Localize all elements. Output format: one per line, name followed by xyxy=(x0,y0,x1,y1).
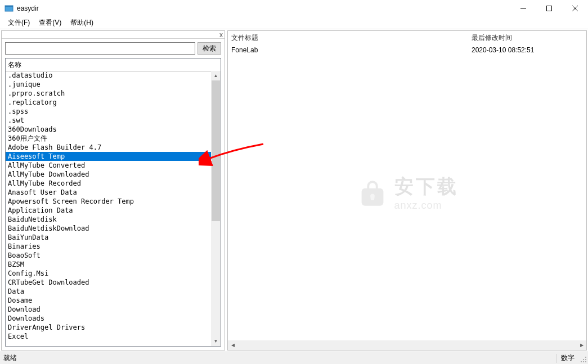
status-left: 就绪 xyxy=(0,353,551,363)
list-item[interactable]: AllMyTube Downloaded xyxy=(6,170,211,179)
lock-bag-icon xyxy=(356,176,389,209)
maximize-button[interactable] xyxy=(536,0,562,16)
right-body[interactable]: FoneLab2020-03-10 08:52:51 安下载 anxz.com xyxy=(228,44,586,340)
panel-close-strip: x xyxy=(2,31,225,39)
column-modified-time[interactable]: 最后修改时间 xyxy=(468,33,586,43)
list-item[interactable]: Download xyxy=(6,305,211,314)
main-area: x 检索 名称 .datastudio.junique.prpro.scratc… xyxy=(0,29,588,352)
hscroll-track[interactable] xyxy=(237,340,577,350)
list-item[interactable]: BaiYunData xyxy=(6,233,211,242)
list-item[interactable]: Downloads xyxy=(6,314,211,323)
app-icon xyxy=(5,4,14,13)
list-item[interactable]: 360Downloads xyxy=(6,125,211,134)
list-item[interactable]: Data xyxy=(6,287,211,296)
list-item[interactable]: Config.Msi xyxy=(6,269,211,278)
menu-help[interactable]: 帮助(H) xyxy=(66,17,98,29)
search-input[interactable] xyxy=(5,42,195,55)
close-button[interactable] xyxy=(562,0,588,16)
cell-time: 2020-03-10 08:52:51 xyxy=(468,46,586,54)
status-bar: 就绪 数字 xyxy=(0,352,588,364)
scroll-down-icon[interactable]: ▼ xyxy=(211,336,221,346)
list-item[interactable]: CRTubeGet Downloaded xyxy=(6,278,211,287)
right-hscrollbar[interactable]: ◀ ▶ xyxy=(228,340,586,350)
svg-rect-1 xyxy=(5,6,13,7)
search-button[interactable]: 检索 xyxy=(198,42,221,55)
column-file-title[interactable]: 文件标题 xyxy=(228,33,468,43)
list-item[interactable]: Excel xyxy=(6,332,211,341)
folder-list: 名称 .datastudio.junique.prpro.scratch.rep… xyxy=(5,58,221,347)
maximize-icon xyxy=(546,6,552,11)
menu-view[interactable]: 查看(V) xyxy=(34,17,66,29)
scroll-up-icon[interactable]: ▲ xyxy=(211,71,221,80)
svg-point-8 xyxy=(585,357,586,358)
minimize-icon xyxy=(520,6,526,11)
list-item[interactable]: 360用户文件 xyxy=(6,134,211,143)
right-panel: 文件标题 最后修改时间 FoneLab2020-03-10 08:52:51 安… xyxy=(227,30,587,350)
resize-grip[interactable] xyxy=(578,352,588,364)
hscroll-right-icon[interactable]: ▶ xyxy=(577,340,586,350)
watermark: 安下载 anxz.com xyxy=(356,174,459,212)
title-bar: easydir xyxy=(0,0,588,17)
list-item[interactable]: DriverAngel Drivers xyxy=(6,323,211,332)
menu-bar: 文件(F) 查看(V) 帮助(H) xyxy=(0,17,588,29)
list-item[interactable]: AllMyTube Recorded xyxy=(6,179,211,188)
left-panel: x 检索 名称 .datastudio.junique.prpro.scratc… xyxy=(1,30,225,350)
svg-point-11 xyxy=(581,361,582,362)
list-item[interactable]: Adobe Flash Builder 4.7 xyxy=(6,143,211,152)
cell-title: FoneLab xyxy=(228,46,468,54)
panel-close-button[interactable]: x xyxy=(219,31,223,39)
table-row[interactable]: FoneLab2020-03-10 08:52:51 xyxy=(228,44,586,56)
list-header-name[interactable]: 名称 xyxy=(6,59,221,72)
svg-point-13 xyxy=(585,361,586,362)
grip-icon xyxy=(580,356,587,363)
hscroll-left-icon[interactable]: ◀ xyxy=(228,340,237,350)
list-scrollbar[interactable]: ▲ ▼ xyxy=(211,71,221,346)
search-row: 检索 xyxy=(2,39,225,57)
list-item[interactable]: BaiduNetdiskDownload xyxy=(6,224,211,233)
list-item[interactable]: .datastudio xyxy=(6,71,211,80)
right-header: 文件标题 最后修改时间 xyxy=(228,31,586,44)
list-item[interactable]: BoaoSoft xyxy=(6,251,211,260)
svg-point-10 xyxy=(585,359,586,360)
list-item[interactable]: Aiseesoft Temp xyxy=(6,152,211,161)
scroll-thumb[interactable] xyxy=(212,80,220,221)
close-icon xyxy=(572,6,578,11)
svg-point-12 xyxy=(583,361,584,362)
list-item[interactable]: Application Data xyxy=(6,206,211,215)
svg-point-9 xyxy=(583,359,584,360)
svg-rect-3 xyxy=(547,6,552,11)
list-item[interactable]: .spss xyxy=(6,107,211,116)
list-item[interactable]: BZSM xyxy=(6,260,211,269)
menu-file[interactable]: 文件(F) xyxy=(3,17,34,29)
status-right: 数字 xyxy=(561,353,578,363)
watermark-cn: 安下载 xyxy=(394,174,459,200)
list-item[interactable]: Binaries xyxy=(6,242,211,251)
list-item[interactable]: Anasoft User Data xyxy=(6,188,211,197)
list-body[interactable]: .datastudio.junique.prpro.scratch.replic… xyxy=(6,71,211,346)
watermark-en: anxz.com xyxy=(394,200,459,212)
minimize-button[interactable] xyxy=(510,0,536,16)
window-title: easydir xyxy=(17,5,510,12)
list-item[interactable]: .junique xyxy=(6,80,211,89)
window-buttons xyxy=(510,0,588,16)
list-item[interactable]: .replicatorg xyxy=(6,98,211,107)
list-item[interactable]: Apowersoft Screen Recorder Temp xyxy=(6,197,211,206)
list-item[interactable]: BaiduNetdisk xyxy=(6,215,211,224)
svg-rect-6 xyxy=(361,188,383,205)
list-item[interactable]: .prpro.scratch xyxy=(6,89,211,98)
list-item[interactable]: AllMyTube Converted xyxy=(6,161,211,170)
list-item[interactable]: Dosame xyxy=(6,296,211,305)
status-separator xyxy=(556,354,556,363)
list-item[interactable]: .swt xyxy=(6,116,211,125)
